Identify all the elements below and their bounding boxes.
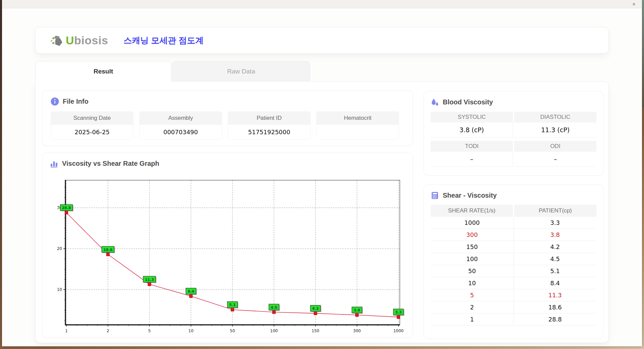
patient-viscosity-cell: 8.4 — [514, 277, 597, 289]
bar-chart-icon — [50, 159, 58, 168]
field-value: 2025-06-25 — [51, 125, 133, 140]
svg-text:50: 50 — [230, 329, 235, 333]
table-row: 3003.8 — [431, 229, 596, 241]
bv-value: – — [431, 152, 513, 167]
bv-label: SYSTOLIC — [431, 112, 513, 122]
shear-viscosity-table: SHEAR RATE(1/s)PATIENT(cp) 10003.33003.8… — [431, 205, 596, 326]
patient-viscosity-cell: 5.1 — [514, 265, 597, 277]
svg-text:18.6: 18.6 — [103, 248, 112, 252]
file-info-field: Hematocrit — [316, 111, 399, 140]
svg-text:10: 10 — [189, 329, 194, 333]
patient-viscosity-cell: 28.8 — [514, 313, 597, 325]
shear-viscosity-card: Shear - Viscosity SHEAR RATE(1/s)PATIENT… — [424, 184, 603, 339]
data-point — [190, 295, 193, 298]
svg-text:3.8: 3.8 — [354, 308, 361, 312]
data-point — [272, 311, 275, 314]
patient-viscosity-cell: 3.8 — [514, 229, 597, 241]
logo-word-rest: biosis — [74, 34, 108, 47]
data-point — [231, 308, 234, 311]
data-point — [65, 211, 68, 214]
file-info-field: Patient ID51751925000 — [228, 111, 311, 140]
table-row: 108.4 — [431, 277, 596, 289]
svg-text:100: 100 — [270, 329, 278, 333]
shear-rate-cell: 50 — [431, 265, 514, 277]
column-header: SHEAR RATE(1/s) — [431, 205, 513, 217]
svg-text:1000: 1000 — [393, 329, 404, 333]
table-row: 218.6 — [431, 301, 596, 313]
table-grid-icon — [431, 191, 439, 200]
logo-letter-u: U — [66, 34, 74, 47]
patient-viscosity-cell: 4.2 — [514, 241, 597, 253]
svg-text:2: 2 — [107, 329, 109, 333]
shear-rate-cell: 10 — [431, 277, 514, 289]
bv-label: DIASTOLIC — [514, 112, 596, 122]
file-info-card: File Info Scanning Date2025-06-25Assembl… — [42, 90, 413, 146]
patient-viscosity-cell: 4.5 — [514, 253, 597, 265]
tab-result[interactable]: Result — [35, 61, 171, 82]
shear-rate-cell: 1 — [431, 313, 514, 325]
shear-rate-cell: 5 — [431, 289, 514, 301]
shear-viscosity-table-body: 10003.33003.81504.21004.5505.1108.4511.3… — [431, 217, 596, 326]
patient-viscosity-cell: 18.6 — [514, 301, 597, 313]
ubiosis-logo-icon — [50, 33, 64, 47]
table-row: 128.8 — [431, 313, 596, 326]
window-titlebar: × — [2, 0, 642, 8]
viscosity-graph-card: 1020301251050100150300100028.818.611.38.… — [42, 152, 413, 338]
file-info-fields: Scanning Date2025-06-25Assembly000703490… — [51, 111, 405, 140]
svg-text:28.8: 28.8 — [62, 206, 71, 210]
svg-text:8.4: 8.4 — [188, 289, 195, 294]
field-label: Scanning Date — [51, 111, 133, 125]
field-value: 51751925000 — [228, 125, 311, 140]
shear-rate-cell: 100 — [431, 253, 514, 265]
data-point — [356, 313, 359, 316]
blood-viscosity-title: Blood Viscosity — [443, 98, 493, 106]
svg-text:4.5: 4.5 — [271, 305, 277, 310]
svg-text:300: 300 — [353, 329, 361, 333]
svg-text:3.3: 3.3 — [395, 310, 402, 314]
shear-viscosity-title: Shear - Viscosity — [443, 192, 497, 199]
blood-drops-icon — [431, 98, 439, 106]
desktop-background-sliver — [642, 0, 644, 107]
field-label: Patient ID — [228, 111, 311, 125]
table-row: 1504.2 — [431, 241, 596, 253]
field-value: 000703490 — [139, 125, 222, 140]
shear-rate-cell: 1000 — [431, 217, 514, 229]
svg-text:5: 5 — [148, 329, 151, 333]
blood-viscosity-card: Blood Viscosity SYSTOLICDIASTOLIC3.8 (cP… — [424, 91, 603, 176]
file-info-title: File Info — [63, 98, 89, 105]
shear-rate-cell: 150 — [431, 241, 514, 253]
bv-value: 3.8 (cP) — [431, 122, 513, 138]
app-window: × Ubiosis 스캐닝 모세관 점도계 Result Raw Data — [2, 0, 642, 346]
svg-text:10: 10 — [57, 287, 62, 292]
field-label: Assembly — [139, 111, 222, 125]
field-label: Hematocrit — [316, 111, 399, 125]
bv-value: 11.3 (cP) — [515, 122, 597, 138]
bv-label: TODI — [431, 141, 513, 152]
svg-text:5.1: 5.1 — [229, 303, 236, 307]
data-point — [314, 312, 317, 315]
app-header: Ubiosis 스캐닝 모세관 점도계 — [35, 27, 609, 54]
info-icon — [51, 97, 59, 106]
data-point — [106, 253, 109, 256]
shear-rate-cell: 2 — [431, 301, 514, 313]
tab-raw-data[interactable]: Raw Data — [172, 61, 310, 81]
bv-label: ODI — [514, 141, 596, 152]
patient-viscosity-cell: 3.3 — [514, 217, 597, 229]
data-point — [148, 283, 151, 286]
svg-text:4.2: 4.2 — [312, 306, 319, 311]
logo-wordmark: Ubiosis — [66, 34, 108, 47]
page-title: 스캐닝 모세관 점도계 — [123, 35, 204, 46]
result-tab-panel: File Info Scanning Date2025-06-25Assembl… — [35, 81, 609, 343]
table-row: 505.1 — [431, 265, 596, 277]
svg-text:150: 150 — [312, 329, 319, 333]
ubiosis-logo: Ubiosis — [50, 33, 108, 47]
table-row: 1004.5 — [431, 253, 596, 265]
bv-value: – — [515, 152, 597, 167]
blood-viscosity-grid: SYSTOLICDIASTOLIC3.8 (cP)11.3 (cP)TODIOD… — [431, 112, 596, 167]
patient-viscosity-cell: 11.3 — [514, 289, 597, 301]
file-info-field: Scanning Date2025-06-25 — [51, 111, 133, 140]
svg-text:11.3: 11.3 — [145, 278, 154, 282]
shear-rate-cell: 300 — [431, 229, 514, 241]
table-row: 511.3 — [431, 289, 596, 301]
close-icon[interactable]: × — [630, 0, 638, 8]
